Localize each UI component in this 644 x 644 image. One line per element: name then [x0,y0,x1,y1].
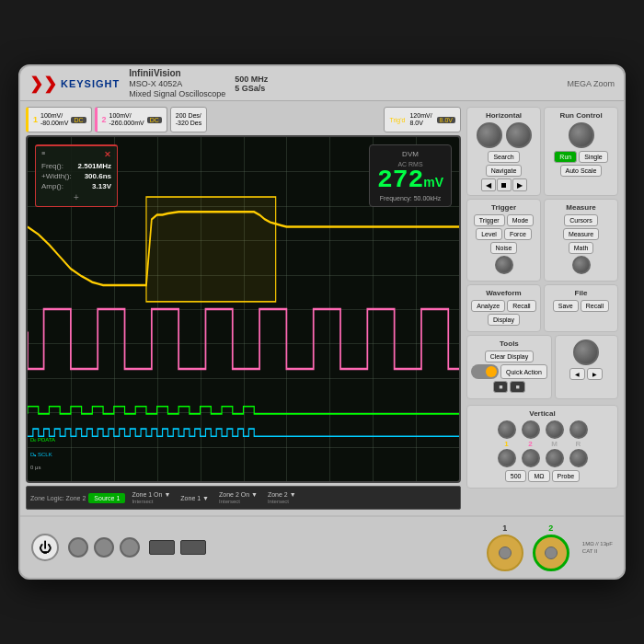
noise-btn[interactable]: Noise [490,242,518,254]
mode-btn[interactable]: Mode [507,214,535,226]
ch2-probe-inner [545,546,558,559]
zone1[interactable]: Zone 1 ▼ [177,495,213,501]
probe-spec-2: CAT II [582,547,613,555]
math-scale-knob[interactable] [546,420,564,439]
nav-left[interactable]: ◀ [481,178,496,191]
search-btn[interactable]: Search [488,151,519,163]
meas-add-btn[interactable]: + [41,192,111,202]
trigger-level-knob[interactable] [495,256,513,274]
cursors-btn[interactable]: Cursors [564,214,598,226]
single-btn[interactable]: Single [579,151,607,163]
trigger-label: Trig'd [389,117,405,123]
ref-vertical-group: R [569,420,588,467]
measure-btn[interactable]: Measure [563,228,599,240]
ref-vert-label: R [576,440,581,448]
display-btn[interactable]: Display [488,314,520,326]
digital-d1 [28,429,459,436]
nav-right[interactable]: ▶ [512,178,527,191]
dvm-freq: Frequency: 50.00kHz [374,195,446,201]
ch2-control[interactable]: 2 100mV/ -260.000mV DC [95,107,167,132]
vert-probe-btn[interactable]: Probe [552,470,581,482]
waveform-file-row: Waveform Analyze Recall Display File Sav… [466,284,618,332]
ch2-probe-connector[interactable] [533,535,569,571]
ch2-position-knob[interactable] [522,449,540,467]
tools-toggle[interactable] [471,364,499,379]
ch1-probe-connector[interactable] [487,535,523,571]
ch2-offset: -260.000mV [109,120,144,127]
vert-btn1[interactable]: 500 [505,470,527,482]
ch2-scale-knob[interactable] [522,420,540,439]
tools-extra-section: ◀ ▶ [555,335,618,399]
horizontal-scale-knob[interactable] [506,122,532,148]
zoom-box [146,197,276,302]
timebase-control[interactable]: 200 Des/ -320 Des [170,107,207,132]
force-btn[interactable]: Force [504,228,532,240]
run-btn[interactable]: Run [554,151,577,163]
horizontal-position-knob[interactable] [477,122,502,148]
tools-btn2[interactable]: ■ [510,381,524,393]
tools-extra-btn1[interactable]: ◀ [569,368,585,380]
navigate-btn[interactable]: Navigate [486,165,523,177]
ch1-coupling: DC [71,117,86,123]
source-btn[interactable]: Source 1 [88,493,125,503]
recall2-btn[interactable]: Recall [581,300,609,312]
horizontal-title: Horizontal [471,111,536,120]
run-knob[interactable] [569,122,594,148]
bottom-area: ⏻ 1 2 1MΩ // 13pF CAT II [20,515,624,578]
math-position-knob[interactable] [546,449,564,467]
port-3[interactable] [120,537,140,558]
level-btn[interactable]: Level [476,228,502,240]
ref-scale-knob[interactable] [569,420,588,439]
ch2-waveform [28,309,459,369]
dvm-label: DVM [374,150,446,158]
freq-label: Freq(): [41,162,63,170]
vertical-section: Vertical 1 2 [466,405,618,489]
oscilloscope-body: ❯❯ KEYSIGHT InfiniiVision MSO-X 4052A Mi… [18,64,626,580]
trigger-measure-row: Trigger Trigger Mode Level Force Noise [466,199,618,282]
zone2[interactable]: Zone 2 ▼Intersect [264,491,300,504]
tools-btn1[interactable]: ■ [493,381,508,393]
model-number: MSO-X 4052A [129,79,225,89]
tools-knob[interactable] [573,339,599,365]
nav-center[interactable]: ⏹ [497,178,512,191]
clear-display-btn[interactable]: Clear Display [485,351,535,362]
auto-scale-btn[interactable]: Auto Scale [560,165,603,177]
analyze-btn[interactable]: Analyze [471,300,505,312]
series-name: InfiniiVision [129,68,225,79]
trigger-control[interactable]: Trig'd 120mV/ 8.0V 8.0V [384,107,461,132]
zone1-on[interactable]: Zone 1 On ▼Intersect [128,491,174,504]
ch1-position-knob[interactable] [498,449,516,467]
save-btn[interactable]: Save [553,300,579,312]
quick-action-btn[interactable]: Quick Action [500,364,547,379]
right-panel: Horizontal Search Navigate ◀ ⏹ ▶ [466,107,618,510]
math-btn[interactable]: Math [569,242,594,254]
meas-close-btn[interactable]: ✕ [104,150,111,159]
bandwidth: 500 MHz [235,75,268,84]
trigger-coupling: 8.0V [437,117,455,123]
tools-extra-btn2[interactable]: ▶ [587,368,603,380]
ch1-volts: 100mV/ [40,112,68,120]
ch2-vert-label: 2 [528,440,532,448]
ch1-control[interactable]: 1 100mV/ -80.00mV DC [26,107,92,132]
recall-btn[interactable]: Recall [507,300,535,312]
ch1-scale-knob[interactable] [498,420,516,439]
zone2-on[interactable]: Zone 2 On ▼Intersect [215,491,261,504]
power-button[interactable]: ⏻ [31,534,59,561]
measure-knob[interactable] [572,256,591,274]
trigger-btn[interactable]: Trigger [474,214,505,226]
meas-title: ≡ [41,150,45,159]
ref-position-knob[interactable] [569,449,588,467]
usb-port-1[interactable] [149,540,175,555]
math-vert-label: M [551,440,558,448]
meas-freq-row: Freq(): 2.501MHz [41,162,111,170]
bandwidth-info: 500 MHz 5 GSa/s [235,75,268,93]
sample-rate: 5 GSa/s [235,84,265,93]
time-div: 200 Des/ [176,112,201,120]
width-label: +Width(): [41,172,72,180]
usb-port-2[interactable] [180,540,206,555]
trigger-value: 8.0V [409,120,431,127]
measure-title: Measure [548,203,614,212]
vert-btn2[interactable]: MΩ [528,470,549,482]
port-1[interactable] [68,537,88,558]
port-2[interactable] [94,537,114,558]
